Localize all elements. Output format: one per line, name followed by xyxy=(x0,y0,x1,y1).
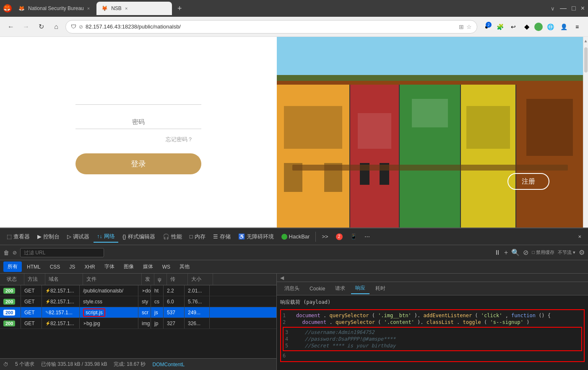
filter-url-input[interactable] xyxy=(20,248,104,257)
filter-xhr[interactable]: XHR xyxy=(80,262,99,272)
puzzle-icon[interactable]: ◆ xyxy=(521,21,533,33)
circle-icon[interactable] xyxy=(534,23,543,31)
network-panel: 状态 方法 域名 文件 发 ψ 传 大小 xyxy=(0,274,277,370)
tracking-icon: ⊘ xyxy=(79,24,83,30)
devtools-accessibility[interactable]: ♿ 无障碍环境 xyxy=(235,231,277,242)
search-icon[interactable]: 🔍 xyxy=(511,248,520,256)
devtools-memory[interactable]: □ 内存 xyxy=(186,231,209,242)
star-icon[interactable]: ☆ xyxy=(466,23,472,30)
devtools-more-options[interactable]: ⋯ xyxy=(361,232,373,241)
login-button[interactable]: 登录 xyxy=(75,153,201,174)
tab2-close[interactable]: × xyxy=(125,6,127,11)
clear-requests-icon[interactable]: 🗑 xyxy=(3,249,9,256)
devtools-network[interactable]: ↑↓ 网络 xyxy=(94,231,118,243)
tab-headers[interactable]: 消息头 xyxy=(280,283,304,294)
devtools-close-button[interactable]: × xyxy=(575,232,585,241)
row3-type: js xyxy=(151,307,164,318)
pause-icon[interactable]: ⏸ xyxy=(494,249,501,256)
notifications-icon[interactable]: ● 2 xyxy=(481,21,492,33)
devtools-performance[interactable]: 🎧 性能 xyxy=(159,231,185,242)
tab-cookie[interactable]: Cookie xyxy=(305,284,329,293)
tab-national-security[interactable]: 🦊 National Security Bureau × xyxy=(13,2,95,15)
login-form: 忘记密码？ 登录 xyxy=(71,82,206,183)
filter-css[interactable]: CSS xyxy=(46,262,65,272)
username-input[interactable] xyxy=(75,91,201,105)
devtools-inspector[interactable]: ⬚ 查看器 xyxy=(3,231,33,242)
network-row-3[interactable]: 200 GET ✎ 82.157.1... script.js scr xyxy=(0,307,276,318)
row3-status: 200 xyxy=(0,307,21,318)
devtools-style-editor[interactable]: {} 样式编辑器 xyxy=(119,231,159,242)
dom-content-link[interactable]: DOMContentL xyxy=(152,362,185,367)
browser-frame: 🦊 National Security Bureau × 🦊 NSB × + ∨… xyxy=(0,0,588,370)
row3-method: GET xyxy=(21,307,42,318)
clock-icon: ⏱ xyxy=(3,362,8,367)
error-circle-icon: 2 xyxy=(336,233,343,240)
menu-icon[interactable]: ≡ xyxy=(571,21,583,33)
page-content-wrapper: 忘记密码？ 登录 xyxy=(0,37,588,370)
add-filter-icon[interactable]: + xyxy=(504,249,508,256)
forgot-password-link[interactable]: 忘记密码？ xyxy=(166,136,193,143)
filter-html[interactable]: HTML xyxy=(23,262,45,272)
console-icon: ▶ xyxy=(37,233,42,240)
devtools-hackbar[interactable]: HackBar xyxy=(278,232,313,241)
network-row-2[interactable]: 200 GET ⚡ 82.157.1... style.css sty xyxy=(0,296,276,307)
filter-image[interactable]: 图像 xyxy=(120,261,138,272)
filter-js[interactable]: JS xyxy=(65,262,79,272)
tab-request[interactable]: 请求 xyxy=(331,283,349,294)
globe-icon[interactable]: 🌐 xyxy=(544,21,556,33)
devtools-storage[interactable]: ☰ 存储 xyxy=(210,231,234,242)
devtools-debugger[interactable]: ▷ 调试器 xyxy=(64,231,93,242)
hackbar-icon xyxy=(281,234,287,240)
filter-font[interactable]: 字体 xyxy=(100,261,119,272)
col-fa2: ψ xyxy=(154,274,167,285)
filter-other[interactable]: 其他 xyxy=(175,261,194,272)
disable-cache-checkbox[interactable]: □ 禁用缓存 xyxy=(532,249,554,256)
devtools-error-count[interactable]: 2 xyxy=(333,232,346,242)
tab-timings[interactable]: 耗时 xyxy=(371,283,390,294)
extensions-icon[interactable]: 🧩 xyxy=(494,21,506,33)
tab-response[interactable]: 响应 xyxy=(351,283,369,294)
filter-ws[interactable]: WS xyxy=(158,262,174,272)
filter-all[interactable]: 所有 xyxy=(3,261,22,272)
page-scrollbar[interactable]: ▲ xyxy=(583,37,588,228)
maximize-button[interactable]: □ xyxy=(572,5,576,12)
network-row-4[interactable]: 200 GET ⚡ 82.157.1... ➤ bg.jpg im xyxy=(0,318,276,329)
url-bar[interactable]: 🛡 ⊘ 82.157.146.43:18238/public/nationals… xyxy=(65,20,477,34)
settings-gear-icon[interactable]: ⚙ xyxy=(579,248,585,256)
tab-nsb[interactable]: 🦊 NSB × xyxy=(96,2,172,15)
row2-status: 200 xyxy=(0,296,21,307)
register-button[interactable]: 注册 xyxy=(507,173,549,190)
network-rows: 200 GET ⚡ 82.157.1... /public/nationalsb… xyxy=(0,285,276,358)
home-button[interactable]: ⌂ xyxy=(50,21,62,33)
grid-icon[interactable]: ⊞ xyxy=(459,23,464,30)
tab1-close[interactable]: × xyxy=(87,6,90,11)
row1-method: GET xyxy=(21,285,42,296)
forward-button[interactable]: → xyxy=(20,21,32,33)
row2-type: cs xyxy=(151,296,164,307)
code-line-1: 1 document . querySelector ( '.img__btn'… xyxy=(283,313,582,318)
image-section: 注册 xyxy=(277,37,583,228)
devtools-more-tools[interactable]: >> xyxy=(318,232,331,241)
profile-icon[interactable]: 👤 xyxy=(558,21,570,33)
code-line-4: 4 //password:DsaPPPP!@#amspe**** xyxy=(285,336,580,342)
response-panel: ◀ 消息头 Cookie 请求 响应 耗时 响应载荷 (payload) xyxy=(277,274,588,370)
devtools-console[interactable]: ▶ 控制台 xyxy=(34,231,63,242)
close-button[interactable]: × xyxy=(581,5,585,12)
undo-icon[interactable]: ↩ xyxy=(507,21,519,33)
devtools-responsive[interactable]: 📱 xyxy=(347,232,360,241)
row2-transfer: 6.0 xyxy=(164,296,185,307)
no-throttle-label: 不节流 ▾ xyxy=(558,249,575,256)
network-row-1[interactable]: 200 GET ⚡ 82.157.1... /public/nationalsb… xyxy=(0,285,276,296)
new-tab-button[interactable]: + xyxy=(174,3,185,14)
password-input[interactable] xyxy=(75,115,201,129)
filter-media[interactable]: 媒体 xyxy=(139,261,157,272)
block-icon[interactable]: ⊘ xyxy=(523,248,528,256)
row4-fa1: img xyxy=(138,318,151,329)
url-text: 82.157.146.43:18238/public/nationalsb/ xyxy=(86,23,181,30)
scrollbar-thumb[interactable] xyxy=(584,47,588,72)
memory-icon: □ xyxy=(190,233,193,240)
refresh-button[interactable]: ↻ xyxy=(35,21,47,33)
back-button[interactable]: ← xyxy=(5,21,17,33)
chevron-down-icon[interactable]: ∨ xyxy=(551,5,555,12)
minimize-button[interactable]: — xyxy=(560,5,567,12)
